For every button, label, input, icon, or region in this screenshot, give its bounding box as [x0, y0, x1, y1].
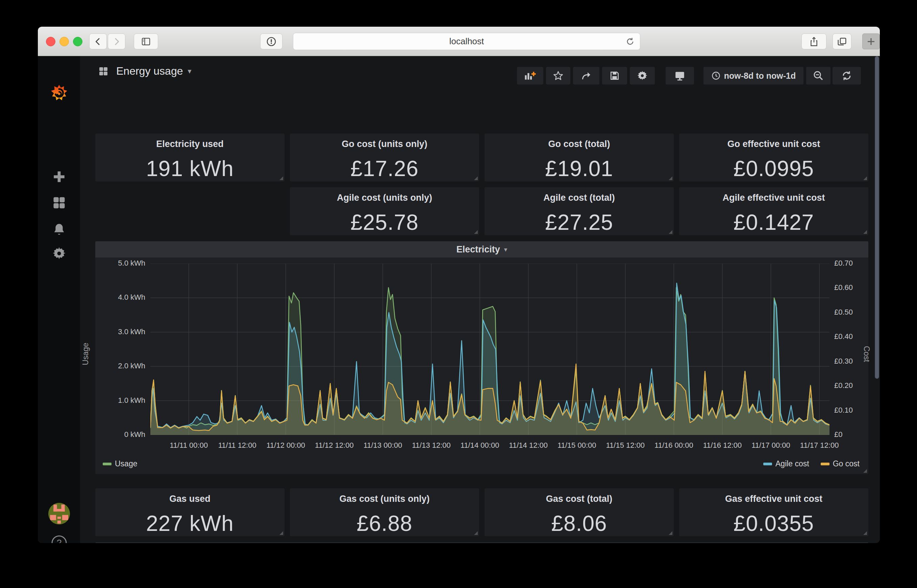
grafana-app: ? Energy usage ▾	[38, 56, 880, 543]
settings-gear-icon	[636, 70, 648, 81]
add-icon	[52, 170, 66, 184]
configuration-gear-icon	[52, 246, 66, 261]
new-tab-plus-icon	[866, 37, 876, 47]
close-window-button[interactable]	[46, 37, 55, 46]
add-panel-button[interactable]	[517, 67, 543, 84]
x-axis-tick-label: 11/17 12:00	[794, 441, 845, 450]
forward-button[interactable]	[108, 34, 125, 49]
panel-resize-handle[interactable]	[668, 230, 672, 234]
stat-panel-gas-effective-unit-cost[interactable]: Gas effective unit cost £0.0355	[679, 488, 869, 536]
agile-cost-swatch-icon	[763, 463, 772, 465]
grafana-logo[interactable]	[38, 84, 80, 103]
address-bar[interactable]: localhost	[293, 33, 640, 50]
tv-mode-button[interactable]	[666, 67, 694, 84]
stat-panel-electricity-used[interactable]: Electricity used 191 kWh	[95, 134, 284, 181]
stat-value: £27.25	[484, 210, 674, 235]
back-button[interactable]	[89, 34, 107, 49]
password-manager-button[interactable]	[260, 34, 283, 49]
minimize-window-button[interactable]	[60, 37, 69, 46]
sidebar-item-dashboards[interactable]	[38, 195, 80, 210]
electricity-chart[interactable]	[150, 263, 830, 435]
dashboard-grid-icon	[98, 66, 109, 77]
x-axis-tick-label: 11/11 12:00	[212, 441, 263, 450]
electricity-panel-header[interactable]: Electricity ▾	[95, 241, 869, 257]
legend-item-usage[interactable]: Usage	[103, 459, 137, 468]
share-dashboard-icon	[580, 70, 592, 81]
panel-resize-handle[interactable]	[474, 531, 478, 535]
panel-resize-handle[interactable]	[863, 176, 867, 180]
scrollbar-thumb[interactable]	[875, 56, 879, 379]
stat-panel-go-cost-total[interactable]: Go cost (total) £19.01	[484, 134, 674, 181]
share-dashboard-button[interactable]	[573, 67, 599, 84]
forward-icon	[111, 37, 122, 47]
panel-resize-handle[interactable]	[668, 531, 672, 535]
save-dashboard-button[interactable]	[602, 67, 627, 84]
gas-panel-header[interactable]: Gas	[95, 543, 869, 543]
back-icon	[93, 37, 103, 47]
stat-title: Go cost (units only)	[290, 139, 479, 149]
time-range-picker[interactable]: now-8d to now-1d	[704, 67, 804, 84]
stat-panel-gas-used[interactable]: Gas used 227 kWh	[95, 488, 284, 536]
star-dashboard-button[interactable]	[546, 67, 570, 84]
chevron-down-icon: ▾	[504, 246, 507, 254]
stat-panel-agile-cost-total[interactable]: Agile cost (total) £27.25	[484, 187, 674, 235]
legend-item-go-cost[interactable]: Go cost	[821, 459, 860, 468]
stat-panel-go-effective-unit-cost[interactable]: Go effective unit cost £0.0995	[679, 134, 869, 181]
panel-resize-handle[interactable]	[279, 176, 283, 180]
panel-resize-handle[interactable]	[863, 531, 867, 535]
legend-item-agile-cost[interactable]: Agile cost	[763, 459, 809, 468]
axis-tick-label: 1.0 kWh	[95, 396, 145, 405]
panel-resize-handle[interactable]	[474, 230, 478, 234]
stat-panel-agile-cost-units[interactable]: Agile cost (units only) £25.78	[290, 187, 479, 235]
refresh-button[interactable]	[833, 67, 861, 84]
password-manager-icon	[266, 36, 277, 47]
dashboard-title-menu[interactable]: Energy usage ▾	[98, 65, 192, 78]
x-axis-tick-label: 11/15 12:00	[600, 441, 651, 450]
x-axis-tick-label: 11/14 12:00	[503, 441, 554, 450]
panel-resize-handle[interactable]	[279, 531, 283, 535]
x-axis-tick-label: 11/17 00:00	[746, 441, 796, 450]
tv-mode-icon	[674, 70, 686, 81]
new-tab-button[interactable]	[862, 34, 880, 49]
stat-panel-agile-effective-unit-cost[interactable]: Agile effective unit cost £0.1427	[679, 187, 869, 235]
dashboard-settings-button[interactable]	[630, 67, 655, 84]
stat-title: Gas cost (total)	[484, 494, 674, 504]
help-button[interactable]: ?	[38, 535, 80, 543]
axis-tick-label: 0 kWh	[95, 430, 145, 439]
save-icon	[609, 70, 620, 81]
share-page-button[interactable]	[801, 34, 827, 49]
stat-panel-gas-cost-total[interactable]: Gas cost (total) £8.06	[484, 488, 674, 536]
legend-label: Agile cost	[775, 459, 809, 468]
sidebar-toggle-button[interactable]	[134, 34, 158, 49]
x-axis-tick-label: 11/12 00:00	[260, 441, 311, 450]
axis-tick-label: £0.60	[834, 283, 853, 292]
axis-tick-label: £0.50	[834, 308, 853, 317]
stat-title: Agile cost (total)	[484, 192, 674, 203]
x-axis-tick-label: 11/13 12:00	[406, 441, 457, 450]
reload-button[interactable]	[625, 37, 635, 49]
electricity-graph-panel: Electricity ▾ Usage Cost 0 kWh1.0 kWh2.0…	[95, 241, 869, 474]
url-text: localhost	[449, 36, 484, 47]
panel-resize-handle[interactable]	[668, 176, 672, 180]
sidebar-item-create[interactable]	[38, 170, 80, 184]
zoom-out-button[interactable]	[806, 67, 830, 84]
x-axis-tick-label: 11/13 00:00	[357, 441, 408, 450]
browser-titlebar[interactable]: localhost	[38, 27, 880, 56]
panel-resize-handle[interactable]	[474, 176, 478, 180]
stat-value: £8.06	[484, 511, 674, 536]
zoom-out-icon	[813, 70, 824, 81]
sidebar-item-configuration[interactable]	[38, 246, 80, 261]
axis-tick-label: £0.20	[834, 381, 853, 390]
stat-value: £0.0995	[679, 156, 869, 181]
grafana-flame-icon	[49, 84, 69, 103]
user-avatar[interactable]	[38, 503, 80, 525]
sidebar-item-alerting[interactable]	[38, 222, 80, 237]
stat-value: £6.88	[290, 511, 479, 536]
stat-panel-go-cost-units[interactable]: Go cost (units only) £17.26	[290, 134, 479, 181]
stat-panel-gas-cost-units[interactable]: Gas cost (units only) £6.88	[290, 488, 479, 536]
tabs-overview-button[interactable]	[833, 34, 851, 49]
stat-value: 191 kWh	[95, 156, 284, 181]
panel-resize-handle[interactable]	[863, 230, 867, 234]
zoom-window-button[interactable]	[73, 37, 82, 46]
panel-resize-handle[interactable]	[863, 469, 867, 473]
